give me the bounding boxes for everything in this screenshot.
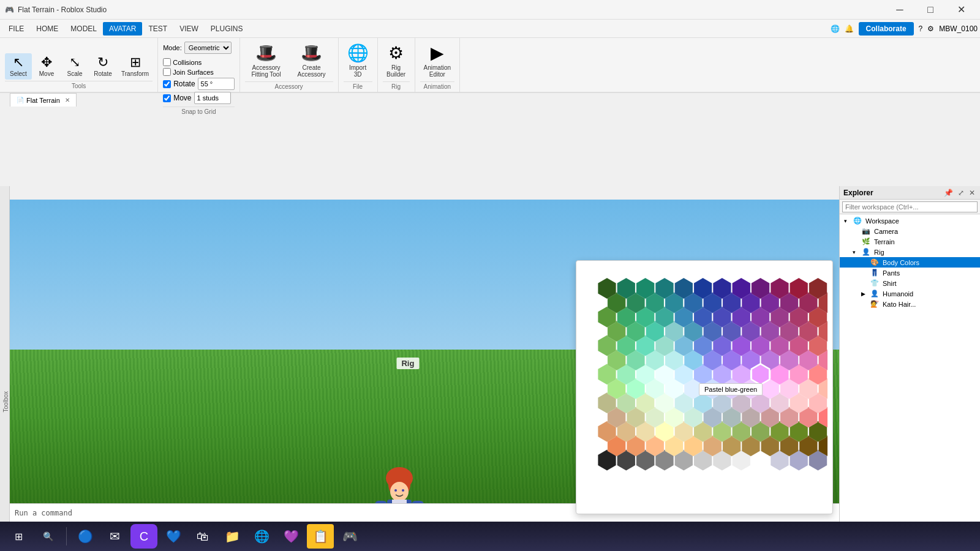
tree-item-rig[interactable]: ▾ 👤 Rig [840, 247, 980, 257]
search-button[interactable]: 🔍 [34, 524, 61, 549]
close-button[interactable]: ✕ [947, 0, 975, 20]
start-button[interactable]: ⊞ [5, 524, 32, 549]
folder-button[interactable]: 📁 [219, 524, 246, 549]
tree-expand[interactable]: ▶ [861, 291, 869, 297]
tab-icon: 📄 [17, 97, 24, 103]
explorer-panel: Explorer 📌 ⤢ ✕ ▾ 🌐 Workspace 📷 Camera 🌿 … [839, 186, 980, 551]
tree-icon: 📷 [862, 227, 870, 235]
maximize-button[interactable]: □ [916, 0, 944, 20]
tree-label: Pants [883, 269, 900, 277]
title-bar: 🎮 Flat Terrain - Roblox Studio ─ □ ✕ [0, 0, 980, 20]
canva-button[interactable]: C [130, 524, 157, 549]
tree-item-camera[interactable]: 📷 Camera [840, 226, 980, 236]
move-label: Move [39, 70, 54, 77]
minimize-button[interactable]: ─ [886, 0, 914, 20]
mode-row: Mode: Geometric Increment [163, 42, 234, 54]
move-tool-button[interactable]: ✥ Move [33, 53, 60, 80]
create-accessory-label: CreateAccessory [298, 64, 326, 78]
tree-icon: 👖 [870, 269, 879, 277]
color-hex-grid[interactable] [589, 273, 827, 500]
mode-select[interactable]: Geometric Increment [184, 42, 232, 54]
import-3d-icon: 🌐 [347, 43, 369, 63]
menu-file[interactable]: FILE [2, 22, 30, 36]
tree-icon: 👤 [870, 290, 879, 298]
chrome-button[interactable]: 🔵 [72, 524, 99, 549]
sticky-button[interactable]: 📋 [307, 524, 334, 549]
tree-item-body-colors[interactable]: 🎨 Body Colors [840, 257, 980, 268]
explorer-expand-button[interactable]: ⤢ [957, 189, 965, 197]
collaborate-button[interactable]: Collaborate [859, 22, 914, 36]
mode-label: Mode: [163, 44, 182, 51]
bell-icon[interactable]: 🔔 [845, 24, 854, 33]
store-button[interactable]: 🛍 [189, 524, 216, 549]
filter-input[interactable] [842, 201, 978, 212]
edge-button[interactable]: 🌐 [248, 524, 275, 549]
color-picker[interactable]: Pastel blue-green [576, 260, 833, 514]
tree-icon: 💇 [870, 300, 879, 308]
tree-item-shirt[interactable]: 👕 Shirt [840, 278, 980, 288]
rig-builder-button[interactable]: ⚙ RigBuilder [383, 40, 410, 80]
explorer-title: Explorer [843, 189, 873, 197]
rotate-snap-checkbox[interactable] [163, 80, 171, 88]
select-tool-button[interactable]: ↖ Select [5, 53, 32, 80]
menu-home[interactable]: HOME [30, 22, 64, 36]
menu-test[interactable]: TEST [142, 22, 173, 36]
menu-avatar[interactable]: AVATAR [103, 22, 142, 36]
import-3d-label: Import3D [349, 64, 366, 78]
menu-view[interactable]: VIEW [173, 22, 205, 36]
explorer-pin-button[interactable]: 📌 [943, 189, 954, 197]
help-icon[interactable]: ? [919, 24, 923, 33]
tree-icon: 🎨 [870, 258, 879, 266]
move-snap-checkbox[interactable] [163, 94, 171, 102]
explorer-close-button[interactable]: ✕ [968, 189, 976, 197]
rotate-snap-label: Rotate [173, 80, 195, 88]
transform-label: Transform [121, 70, 149, 77]
tab-label: Flat Terrain [26, 97, 60, 104]
roblox-button[interactable]: 🎮 [336, 524, 363, 549]
svg-point-3 [394, 489, 397, 492]
scale-tool-button[interactable]: ⤡ Scale [61, 53, 88, 80]
collisions-label: Collisions [173, 59, 202, 66]
join-surfaces-checkbox[interactable] [163, 68, 171, 76]
tree-item-kato-hair[interactable]: 💇 Kato Hair... [840, 299, 980, 309]
move-snap-label: Move [173, 94, 191, 102]
move-snap-input[interactable] [194, 92, 231, 104]
tree-icon: 👕 [870, 279, 879, 287]
menu-plugins[interactable]: PLUGINS [205, 22, 249, 36]
animation-group-label: Animation [420, 81, 454, 90]
tree-expand[interactable]: ▾ [844, 218, 851, 224]
flat-terrain-tab[interactable]: 📄 Flat Terrain ✕ [10, 93, 77, 107]
accessory-group: 🎩 AccessoryFitting Tool 🎩 CreateAccessor… [240, 38, 339, 92]
tree-item-pants[interactable]: 👖 Pants [840, 268, 980, 278]
tree-label: Shirt [883, 280, 897, 287]
rotate-snap-input[interactable] [198, 78, 235, 90]
title-bar-controls[interactable]: ─ □ ✕ [886, 0, 975, 20]
settings-icon[interactable]: ⚙ [927, 24, 934, 33]
tree-expand[interactable]: ▾ [853, 249, 860, 255]
accessory-content: 🎩 AccessoryFitting Tool 🎩 CreateAccessor… [245, 40, 333, 80]
svg-point-2 [390, 482, 409, 501]
snap-group-label: Snap to Grid [163, 107, 234, 115]
mail-button[interactable]: ✉ [101, 524, 128, 549]
tree-label: Kato Hair... [883, 301, 916, 308]
tab-close-button[interactable]: ✕ [65, 97, 70, 103]
tree-item-workspace[interactable]: ▾ 🌐 Workspace [840, 216, 980, 226]
transform-tool-button[interactable]: ⊞ Transform [118, 53, 153, 80]
command-text: Run a command [15, 509, 72, 517]
notification-icon[interactable]: 🌐 [831, 24, 840, 33]
visualstudio-button[interactable]: 💜 [277, 524, 304, 549]
rotate-tool-button[interactable]: ↻ Rotate [89, 53, 116, 80]
tree-label: Workspace [865, 217, 899, 225]
tree-icon: 🌐 [853, 217, 862, 225]
create-accessory-button[interactable]: 🎩 CreateAccessory [290, 40, 333, 80]
tree-item-terrain[interactable]: 🌿 Terrain [840, 236, 980, 247]
tree-item-humanoid[interactable]: ▶ 👤 Humanoid [840, 288, 980, 299]
animation-editor-button[interactable]: ▶ AnimationEditor [420, 40, 454, 80]
collisions-checkbox[interactable] [163, 58, 171, 66]
menu-bar: FILE HOME MODEL AVATAR TEST VIEW PLUGINS… [0, 20, 980, 38]
menu-model[interactable]: MODEL [64, 22, 103, 36]
file-group-label: File [344, 81, 372, 90]
import-3d-button[interactable]: 🌐 Import3D [344, 40, 372, 80]
fitting-tool-button[interactable]: 🎩 AccessoryFitting Tool [245, 40, 288, 80]
vscode-button[interactable]: 💙 [160, 524, 187, 549]
